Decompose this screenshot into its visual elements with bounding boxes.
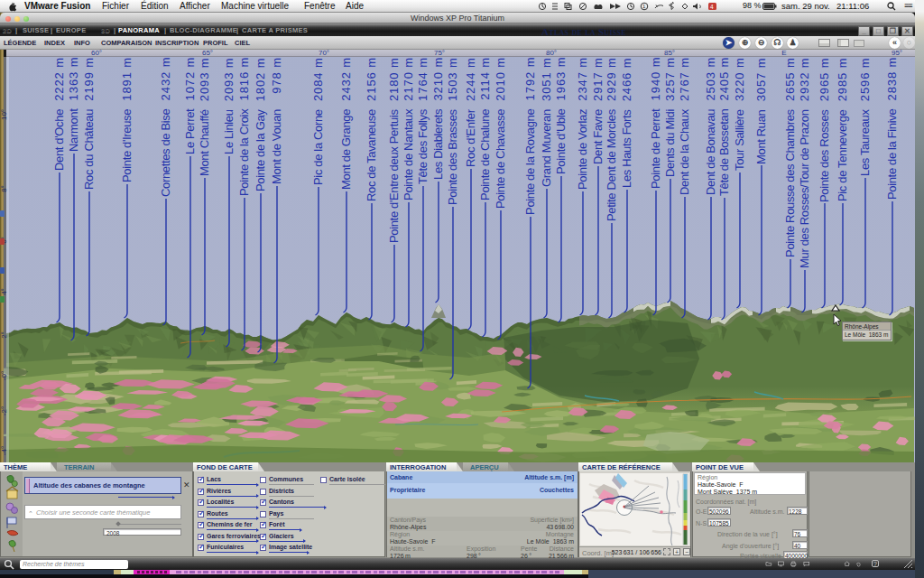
svg-text:1: 1 <box>642 4 646 9</box>
svg-text:4: 4 <box>710 4 714 10</box>
